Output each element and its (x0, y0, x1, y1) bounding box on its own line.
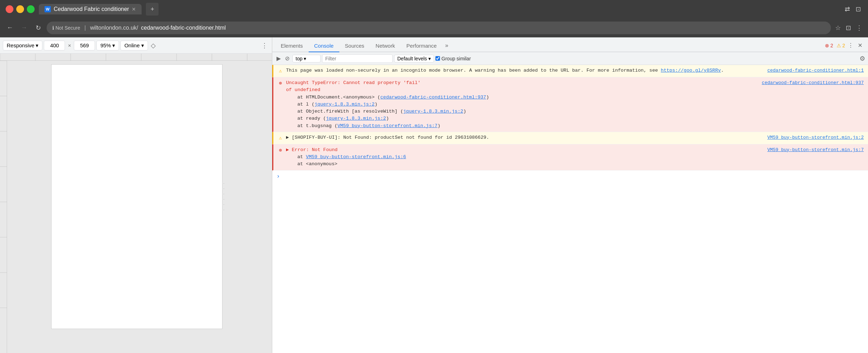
group-similar-text: Group similar (441, 56, 471, 61)
capture-icon[interactable]: ◇ (149, 40, 157, 51)
new-tab-button[interactable]: + (146, 3, 159, 16)
warning-badge: ⚠ 2 (837, 43, 845, 48)
bookmark-icon[interactable]: ☆ (834, 23, 842, 33)
error-source-link-1[interactable]: cedarwood-fabric-conditioner.html:937 (762, 80, 864, 85)
tab-performance[interactable]: Performance (401, 40, 442, 52)
warning-source-link-2[interactable]: VM59 buy-button-storefront.min.js:2 (767, 135, 864, 140)
resize-handle[interactable]: ······ (222, 64, 226, 329)
stack-link-1[interactable]: cedarwood-fabric-conditioner.html:937 (380, 95, 486, 100)
console-filter-input[interactable] (322, 54, 393, 63)
zoom-selector[interactable]: 95% ▾ (96, 41, 119, 50)
more-options-icon[interactable]: ⋮ (260, 40, 269, 51)
error-circle-icon: ⊗ (825, 43, 829, 48)
console-prompt[interactable]: › (272, 170, 868, 183)
log-levels-selector[interactable]: Default levels ▾ (394, 55, 434, 62)
stack-link-6[interactable]: VM59 buy-button-storefront.min.js:6 (306, 154, 406, 160)
height-input[interactable] (74, 41, 95, 50)
stack-link-5[interactable]: VM59 buy-button-storefront.min.js:7 (337, 123, 438, 128)
console-content: ⚠ This page was loaded non-securely in a… (272, 65, 868, 353)
warning-icon-1: ⚠ (278, 67, 283, 75)
fullscreen-icon[interactable]: ⇄ (843, 4, 851, 14)
titlebar-right-icons: ⇄ ⊡ (843, 4, 862, 14)
warning-link-1[interactable]: https://goo.gl/y8SRRv (661, 68, 721, 73)
tab-title: Cedarwood Fabric conditioner (54, 6, 129, 12)
back-button[interactable]: ← (4, 22, 16, 34)
error-text-2: Error: Not Found (292, 147, 338, 152)
error-toggle-icon[interactable]: ▶ (286, 147, 289, 152)
navbar: ← → ↻ ℹ Not Secure | wiltonlondon.co.uk/… (0, 18, 868, 37)
warning-triangle-icon: ⚠ (837, 43, 841, 48)
main-layout: Responsive ▾ × 95% ▾ Online ▾ ◇ ⋮ (0, 37, 868, 353)
browser-tab[interactable]: W Cedarwood Fabric conditioner ✕ (39, 4, 142, 14)
tabs-overflow-button[interactable]: » (442, 40, 451, 52)
context-label: top (296, 56, 302, 61)
devtools-close-button[interactable]: ✕ (856, 41, 864, 50)
tab-network[interactable]: Network (370, 40, 401, 52)
error-count: 2 (830, 43, 833, 48)
tab-console[interactable]: Console (309, 40, 339, 52)
stack-line-1: at HTMLDocument.<anonymous> (cedarwood-f… (286, 95, 489, 100)
address-bar[interactable]: ℹ Not Secure | wiltonlondon.co.uk/cedarw… (47, 22, 831, 34)
security-indicator: ℹ Not Secure (52, 25, 80, 31)
console-play-icon[interactable]: ▶ (275, 54, 282, 63)
stack-link-3[interactable]: jquery-1.8.3.min.js:2 (403, 109, 463, 114)
online-chevron-icon: ▾ (141, 42, 144, 49)
stack-line-4: at ready (jquery-1.8.3.min.js:2) (286, 116, 389, 121)
close-window-button[interactable] (6, 5, 13, 13)
responsive-chevron-icon: ▾ (36, 42, 38, 49)
console-message-body-1: This page was loaded non-securely in an … (286, 67, 765, 75)
log-levels-label: Default levels (397, 56, 427, 61)
devtools-emulation-bar: Responsive ▾ × 95% ▾ Online ▾ ◇ ⋮ (0, 37, 272, 54)
error-source-link-2[interactable]: VM59 buy-button-storefront.min.js:7 (767, 147, 864, 152)
group-similar-toggle[interactable]: Group similar (435, 56, 471, 61)
devtools-header-right: ⊗ 2 ⚠ 2 ⋮ ✕ (824, 39, 865, 52)
error-source-2[interactable]: VM59 buy-button-storefront.min.js:7 (767, 146, 864, 168)
error-source-1[interactable]: cedarwood-fabric-conditioner.html:937 (762, 79, 864, 130)
console-message-warning-1: ⚠ This page was loaded non-securely in a… (272, 65, 868, 77)
group-similar-checkbox[interactable] (435, 56, 440, 61)
console-clear-icon[interactable]: ⊘ (284, 54, 291, 63)
maximize-window-button[interactable] (27, 5, 35, 13)
titlebar: W Cedarwood Fabric conditioner ✕ + ⇄ ⊡ (0, 0, 868, 18)
warning-icon-2: ⚠ (278, 134, 283, 142)
minimize-window-button[interactable] (16, 5, 24, 13)
traffic-lights (6, 5, 35, 13)
console-toolbar: ▶ ⊘ top ▾ Default levels ▾ Group similar… (272, 52, 868, 65)
error-icon-1: ⊗ (278, 80, 283, 130)
reload-button[interactable]: ↻ (32, 22, 44, 34)
console-input[interactable] (283, 174, 318, 179)
stack-line-6: at VM59 buy-button-storefront.min.js:6 (286, 154, 406, 160)
not-secure-label: Not Secure (55, 25, 80, 31)
tab-sources[interactable]: Sources (339, 40, 370, 52)
network-throttle-selector[interactable]: Online ▾ (120, 41, 148, 50)
responsive-label: Responsive (7, 42, 34, 48)
width-input[interactable] (44, 41, 65, 50)
zoom-chevron-icon: ▾ (112, 42, 115, 49)
context-selector[interactable]: top ▾ (292, 55, 321, 62)
stack-line-2: at l (jquery-1.8.3.min.js:2) (286, 102, 377, 107)
console-message-body-4: ▶ Error: Not Found at VM59 buy-button-st… (286, 146, 765, 168)
devtools-tab-bar: Elements Console Sources Network Perform… (272, 37, 868, 52)
warning-source-link-1[interactable]: cedarwood-fabric-conditioner.html:1 (767, 68, 864, 73)
online-label: Online (124, 42, 139, 48)
devtools-more-button[interactable]: ⋮ (846, 41, 855, 50)
responsive-selector[interactable]: Responsive ▾ (3, 41, 42, 50)
console-message-error-2: ⊗ ▶ Error: Not Found at VM59 buy-button-… (272, 144, 868, 170)
cast-icon[interactable]: ⊡ (844, 23, 852, 33)
warning-source-1[interactable]: cedarwood-fabric-conditioner.html:1 (767, 67, 864, 75)
stack-line-3: at Object.fireWith [as resolveWith] (jqu… (286, 109, 466, 114)
console-message-error-1: ⊗ Uncaught TypeError: Cannot read proper… (272, 77, 868, 132)
warning-source-2[interactable]: VM59 buy-button-storefront.min.js:2 (767, 134, 864, 142)
stack-link-4[interactable]: jquery-1.8.3.min.js:2 (326, 116, 386, 121)
console-settings-icon[interactable]: ⚙ (860, 55, 865, 62)
nav-right-icons: ☆ ⊡ ⋮ (834, 23, 864, 33)
page-frame (51, 64, 222, 329)
menu-dots-icon[interactable]: ⊡ (854, 4, 862, 14)
browser-menu-icon[interactable]: ⋮ (855, 23, 864, 33)
error-icon-2: ⊗ (278, 147, 283, 168)
stack-link-2[interactable]: jquery-1.8.3.min.js:2 (315, 102, 375, 107)
tab-elements[interactable]: Elements (275, 40, 309, 52)
forward-button[interactable]: → (18, 22, 30, 34)
tab-close-button[interactable]: ✕ (132, 6, 136, 12)
url-path: cedarwood-fabric-conditioner.html (141, 25, 226, 31)
